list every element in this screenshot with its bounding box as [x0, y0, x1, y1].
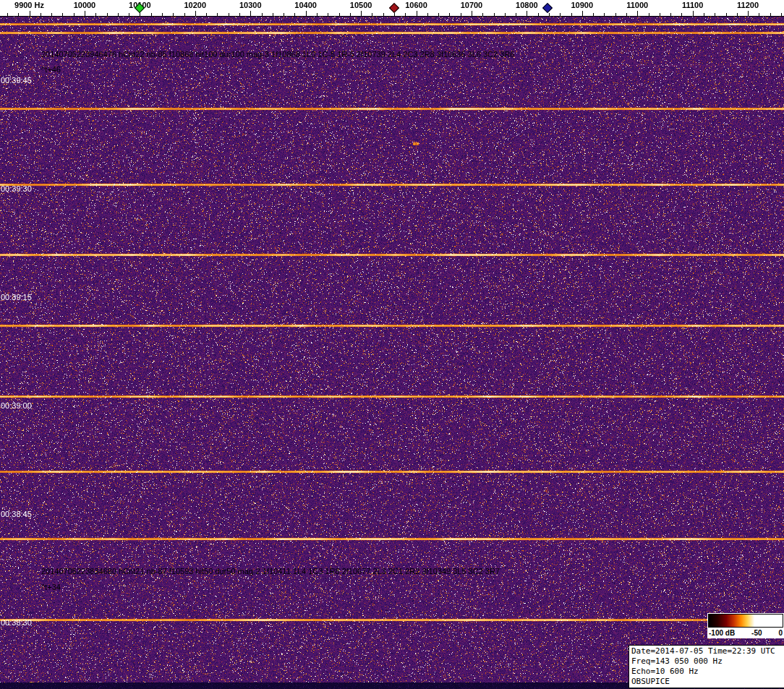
ruler-tick [704, 13, 704, 16]
ruler-tick [571, 13, 572, 16]
ruler-tick [239, 13, 240, 16]
ruler-tick [726, 13, 727, 16]
ruler-tick [41, 13, 41, 16]
ruler-tick [195, 11, 196, 16]
ruler-tick [361, 11, 362, 16]
ruler-tick [449, 13, 450, 16]
ruler-tick [582, 11, 583, 16]
spectrogram-display: 9900 Hz100001010010200103001040010500106… [0, 0, 784, 689]
ruler-tick [74, 13, 74, 16]
ruler-tick [372, 13, 372, 16]
ruler-tick [129, 13, 129, 16]
ruler-tick [781, 13, 782, 16]
ruler-tick [505, 13, 506, 16]
info-box: Date=2014-07-05 Time=22:39 UTC Freq=143 … [629, 645, 784, 688]
ruler-tick [30, 11, 30, 16]
ruler-tick-label: 11200 [737, 1, 759, 9]
frequency-ruler: 9900 Hz100001010010200103001040010500106… [0, 0, 784, 17]
ruler-tick [383, 13, 384, 16]
event-annotation-1: 20140705223946476 hCnt22 nb-85 f10868 hi… [41, 50, 514, 59]
ruler-tick-label: 10300 [239, 1, 262, 9]
ruler-tick [118, 13, 119, 16]
colorbar-gradient [708, 614, 783, 628]
ruler-tick [262, 13, 263, 16]
ruler-tick [284, 13, 284, 16]
time-label: 00:38:45 [1, 510, 32, 518]
ruler-tick [51, 13, 52, 16]
time-label: 00:39:45 [1, 76, 32, 85]
ruler-tick [593, 13, 594, 16]
colorbar-label-max: 0 [778, 629, 783, 637]
ruler-tick-label: 10200 [184, 1, 207, 9]
ruler-tick [759, 13, 759, 16]
time-label: 00:39:30 [1, 184, 32, 193]
ruler-tick [151, 13, 152, 16]
ruler-tick [250, 11, 251, 16]
ruler-tick [649, 13, 649, 16]
ruler-tick [494, 13, 495, 16]
ruler-tick-label: 10900 [571, 1, 594, 9]
ruler-tick [438, 13, 439, 16]
time-label: 00:39:00 [1, 401, 32, 410]
ruler-tick-label: 11100 [682, 1, 703, 9]
ruler-tick [18, 13, 19, 16]
ruler-tick [770, 13, 771, 16]
ruler-tick [527, 11, 527, 16]
time-label: 00:39:15 [1, 293, 32, 301]
ruler-tick-label: 10000 [74, 1, 96, 9]
ruler-tick [417, 11, 417, 16]
ruler-tick [107, 13, 108, 16]
ruler-tick [626, 13, 627, 16]
marker-blue-diamond-icon[interactable] [542, 3, 553, 13]
ruler-tick [560, 13, 561, 16]
ruler-tick [306, 11, 307, 16]
ruler-tick [217, 13, 218, 16]
ruler-tick-label: 10400 [294, 1, 317, 9]
event-annotation-2: 20140705223834680 hCnt21 nb-87 f10593 hi… [41, 567, 500, 575]
ruler-tick [173, 13, 174, 16]
colorbar-label-mid: -50 [751, 629, 762, 637]
ruler-tick [615, 13, 616, 16]
ruler-tick [206, 13, 207, 16]
ruler-tick [472, 11, 472, 16]
ruler-tick-label: 10600 [405, 1, 427, 9]
ruler-tick [184, 13, 185, 16]
ruler-tick [339, 13, 340, 16]
ruler-tick [273, 13, 273, 16]
ruler-tick [737, 13, 738, 16]
colorbar-labels: -100 dB -50 0 [708, 628, 783, 638]
ruler-tick [461, 13, 461, 16]
ruler-tick [294, 13, 295, 16]
ruler-tick [85, 11, 85, 16]
ruler-tick-label: 10800 [516, 1, 538, 9]
colorbar: -100 dB -50 0 [707, 613, 784, 638]
info-date-time: Date=2014-07-05 Time=22:39 UTC [631, 646, 782, 656]
ruler-tick-label: 11000 [626, 1, 648, 9]
ruler-tick-label: 10500 [350, 1, 372, 9]
ruler-tick [427, 13, 428, 16]
info-frequency: Freq=143 050 000 Hz [631, 656, 782, 667]
info-echo: Echo=10 600 Hz [631, 667, 782, 677]
ruler-tick [549, 13, 550, 16]
ruler-tick [394, 13, 395, 16]
ruler-tick [681, 13, 682, 16]
ruler-tick [604, 13, 605, 16]
ruler-tick [328, 13, 328, 16]
spectrogram-canvas [0, 17, 784, 689]
ruler-tick-label: 10700 [461, 1, 483, 9]
ruler-tick [693, 11, 694, 16]
ruler-tick [62, 13, 63, 16]
ruler-tick [538, 13, 539, 16]
ruler-tick [660, 13, 660, 16]
time-label: 00:38:30 [1, 618, 32, 627]
colorbar-label-min: -100 dB [709, 629, 735, 637]
ruler-tick [637, 11, 638, 16]
info-station: OBSUPICE [631, 677, 782, 687]
ruler-tick [482, 13, 483, 16]
ruler-tick [95, 13, 96, 16]
ruler-tick [317, 13, 318, 16]
ruler-tick [670, 13, 671, 16]
ruler-tick [748, 11, 749, 16]
marker-red-diamond-icon[interactable] [389, 3, 399, 13]
ruler-tick [405, 13, 406, 16]
